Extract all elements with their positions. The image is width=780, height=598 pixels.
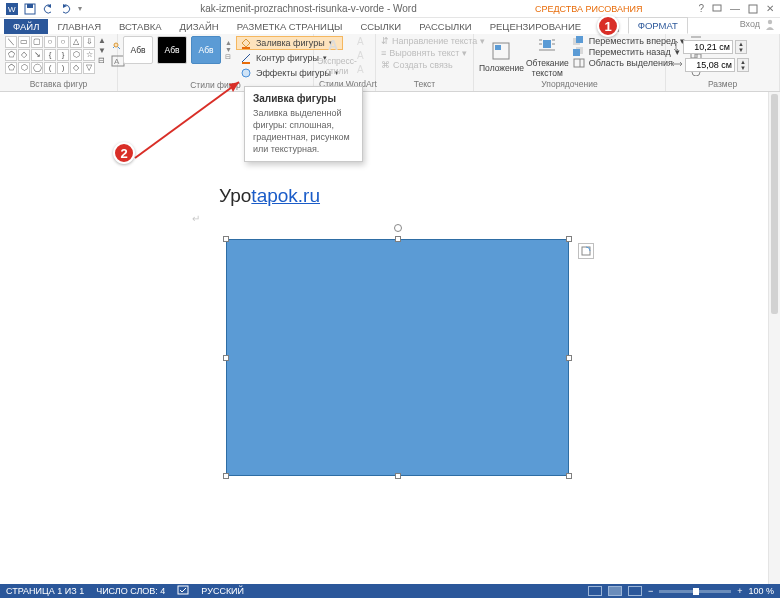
status-language[interactable]: РУССКИЙ (201, 586, 244, 596)
svg-rect-11 (242, 62, 250, 64)
tab-insert[interactable]: ВСТАВКА (110, 19, 171, 34)
svg-rect-4 (713, 5, 721, 11)
position-button[interactable]: Положение (479, 36, 524, 78)
text-direction-button[interactable]: ⇵Направление текста ▾ (381, 36, 468, 46)
svg-rect-5 (749, 5, 757, 13)
svg-text:A: A (328, 37, 338, 53)
resize-handle-e[interactable] (566, 355, 572, 361)
svg-point-12 (242, 69, 250, 77)
sign-in-link[interactable]: Вход (740, 18, 776, 30)
tab-review[interactable]: РЕЦЕНЗИРОВАНИЕ (481, 19, 590, 34)
wrap-text-button[interactable]: Обтекание текстом (526, 36, 569, 78)
align-text-button[interactable]: ≡Выровнять текст ▾ (381, 48, 468, 58)
shape-style-gallery[interactable]: Абв Абв Абв ▲ ▼ ⊟ (123, 36, 232, 64)
style-swatch-3[interactable]: Абв (191, 36, 221, 64)
annotation-badge-1: 1 (597, 15, 619, 37)
gallery-more-icon[interactable]: ⊟ (98, 56, 106, 65)
save-icon[interactable] (24, 3, 36, 15)
style-swatch-1[interactable]: Абв (123, 36, 153, 64)
context-tab-label: СРЕДСТВА РИСОВАНИЯ (535, 4, 642, 14)
view-print-icon[interactable] (608, 586, 622, 596)
express-styles-button[interactable]: A Экспресс-стили (319, 36, 355, 76)
zoom-in-button[interactable]: + (737, 586, 742, 596)
svg-rect-23 (576, 36, 583, 43)
scrollbar-thumb[interactable] (771, 94, 778, 314)
heading-link[interactable]: tapok.ru (251, 185, 320, 206)
undo-icon[interactable] (42, 3, 54, 15)
rotate-handle[interactable] (394, 224, 402, 232)
resize-handle-ne[interactable] (566, 236, 572, 242)
vertical-scrollbar[interactable] (768, 92, 780, 584)
tooltip-title: Заливка фигуры (253, 93, 354, 104)
resize-handle-se[interactable] (566, 473, 572, 479)
document-heading: Уроtapok.ru (219, 185, 320, 207)
group-label-arrange: Упорядочение (479, 79, 660, 91)
selected-rectangle-shape[interactable] (226, 239, 569, 476)
resize-handle-s[interactable] (395, 473, 401, 479)
ribbon-options-icon[interactable] (712, 4, 722, 14)
shape-gallery[interactable]: ＼▭▢○○△⇩ ⬠◇↘{}⬡☆ ⬠⬡◯()◇▽ (5, 36, 95, 74)
zoom-level[interactable]: 100 % (748, 586, 774, 596)
svg-rect-3 (27, 4, 33, 8)
tab-layout[interactable]: РАЗМЕТКА СТРАНИЦЫ (228, 19, 352, 34)
style-gallery-down-icon[interactable]: ▼ (225, 46, 232, 53)
zoom-slider[interactable] (659, 590, 731, 593)
status-proofing-icon[interactable] (177, 585, 189, 597)
help-icon[interactable]: ? (698, 3, 704, 14)
redo-icon[interactable] (60, 3, 72, 15)
shape-fill-tooltip: Заливка фигуры Заливка выделенной фигуры… (244, 86, 363, 162)
resize-handle-w[interactable] (223, 355, 229, 361)
tab-format[interactable]: ФОРМАТ (628, 17, 688, 34)
view-web-icon[interactable] (628, 586, 642, 596)
tab-file[interactable]: ФАЙЛ (4, 19, 48, 34)
text-fill-icon[interactable]: A (357, 36, 364, 47)
svg-rect-10 (242, 47, 250, 49)
layout-options-button[interactable] (578, 243, 594, 259)
width-icon (671, 59, 683, 71)
document-area[interactable]: Уроtapok.ru ↵ (0, 92, 780, 584)
svg-rect-25 (573, 49, 580, 56)
close-icon[interactable]: ✕ (766, 3, 774, 14)
word-app-icon: W (6, 3, 18, 15)
style-gallery-up-icon[interactable]: ▲ (225, 39, 232, 46)
document-title: kak-izmenit-prozrachnost-risunka-v-vorde… (200, 3, 417, 14)
resize-handle-n[interactable] (395, 236, 401, 242)
status-page[interactable]: СТРАНИЦА 1 ИЗ 1 (6, 586, 84, 596)
minimize-icon[interactable]: — (730, 3, 740, 14)
svg-point-6 (768, 20, 772, 24)
svg-rect-38 (178, 586, 188, 594)
pen-icon (240, 52, 252, 64)
text-outline-icon[interactable]: A (357, 50, 364, 61)
create-link-button[interactable]: ⌘Создать связь (381, 60, 468, 70)
gallery-up-icon[interactable]: ▲ (98, 36, 106, 45)
tab-design[interactable]: ДИЗАЙН (171, 19, 228, 34)
group-label-size: Размер (671, 79, 774, 91)
tab-home[interactable]: ГЛАВНАЯ (48, 19, 110, 34)
shape-width-input[interactable] (685, 58, 735, 72)
status-word-count[interactable]: ЧИСЛО СЛОВ: 4 (96, 586, 165, 596)
width-spinner[interactable]: ▲▼ (737, 58, 749, 72)
tab-references[interactable]: ССЫЛКИ (351, 19, 410, 34)
style-swatch-2[interactable]: Абв (157, 36, 187, 64)
maximize-icon[interactable] (748, 4, 758, 14)
svg-rect-15 (495, 45, 501, 50)
annotation-badge-2: 2 (113, 142, 135, 164)
group-label-text: Текст (381, 79, 468, 91)
height-icon (671, 40, 681, 54)
bucket-icon (240, 37, 252, 49)
tooltip-body: Заливка выделенной фигуры: сплошная, гра… (253, 107, 354, 155)
svg-rect-26 (574, 59, 584, 67)
shape-height-input[interactable] (683, 40, 733, 54)
zoom-out-button[interactable]: − (648, 586, 653, 596)
resize-handle-nw[interactable] (223, 236, 229, 242)
group-label-insert-shapes: Вставка фигур (5, 79, 112, 91)
resize-handle-sw[interactable] (223, 473, 229, 479)
view-read-icon[interactable] (588, 586, 602, 596)
effects-icon (240, 67, 252, 79)
style-gallery-more-icon[interactable]: ⊟ (225, 53, 232, 61)
gallery-down-icon[interactable]: ▼ (98, 46, 106, 55)
height-spinner[interactable]: ▲▼ (735, 40, 747, 54)
text-effects-icon[interactable]: A (357, 64, 364, 75)
tab-mailings[interactable]: РАССЫЛКИ (410, 19, 481, 34)
paragraph-mark-icon: ↵ (192, 213, 200, 224)
